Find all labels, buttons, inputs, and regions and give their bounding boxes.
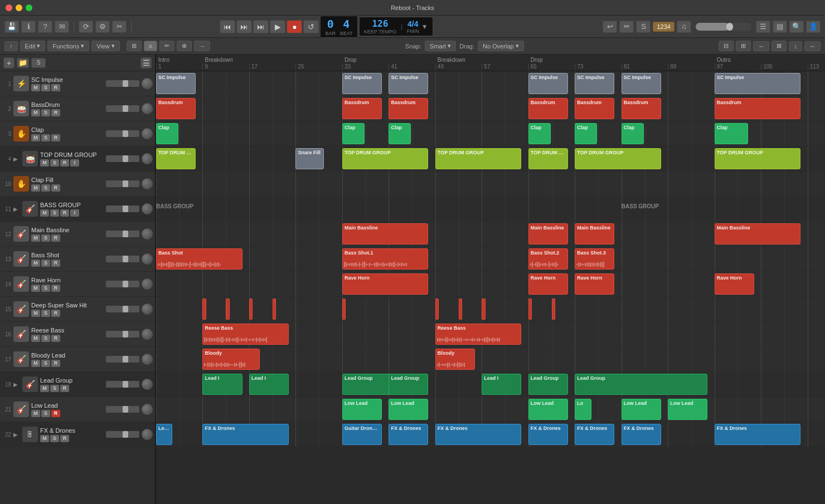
solo-button[interactable]: S	[41, 310, 50, 317]
clip[interactable]: Clap	[715, 123, 749, 144]
record-enable-button[interactable]: R	[51, 109, 60, 116]
clip[interactable]: Lo	[575, 399, 591, 420]
solo-button[interactable]: S	[41, 260, 50, 267]
list-view-button[interactable]: ≡	[144, 41, 157, 51]
clip[interactable]: FX & Drones	[528, 424, 568, 445]
clip[interactable]: Lead R	[156, 424, 172, 445]
track-volume-knob[interactable]	[142, 304, 153, 315]
clip[interactable]: Bassdrum	[715, 98, 801, 119]
clip[interactable]: Clap	[575, 123, 597, 144]
clip[interactable]	[552, 299, 555, 320]
track-volume-knob[interactable]	[142, 429, 153, 440]
solo-button[interactable]: S	[41, 134, 50, 141]
clip[interactable]: Bass Shot.2	[528, 248, 568, 270]
list-options-button[interactable]: ☰	[140, 57, 152, 68]
share-button[interactable]: S	[636, 21, 651, 33]
track-volume-knob[interactable]	[142, 128, 153, 139]
track-volume-knob[interactable]	[142, 379, 153, 390]
functions-menu[interactable]: Functions ▾	[47, 41, 89, 51]
solo-button[interactable]: S	[41, 184, 50, 192]
track-fader[interactable]	[106, 105, 139, 112]
clip[interactable]: Clap	[342, 123, 365, 144]
clip[interactable]: Lead Group	[389, 374, 428, 395]
clip[interactable]: Lead Group	[528, 374, 568, 395]
solo-button[interactable]: S	[50, 209, 59, 217]
clip[interactable]: Snare Fill	[295, 148, 323, 169]
arrange-track-row-18[interactable]: Lead ILead ILead GroupLead GroupLead ILe…	[156, 372, 825, 397]
clip[interactable]: Clap	[528, 123, 551, 144]
clip[interactable]: Bass Shot	[156, 248, 242, 270]
clip[interactable]	[435, 299, 439, 320]
track-fader[interactable]	[106, 80, 139, 87]
clip[interactable]: Bassdrum	[622, 98, 661, 119]
arrange-track-row-21[interactable]: Low LeadLow LeadLow LeadLoLow LeadLow Le…	[156, 397, 825, 422]
group-expand-arrow[interactable]: ▶	[13, 432, 20, 438]
mute-button[interactable]: M	[31, 184, 40, 192]
arrange-track-row-17[interactable]: BloodyBloody	[156, 347, 825, 372]
mute-button[interactable]: M	[40, 435, 49, 442]
clip[interactable]: Bloody	[202, 349, 259, 370]
record-enable-button[interactable]: R	[60, 385, 69, 392]
clip[interactable]: Low Lead	[342, 399, 382, 420]
track-fader[interactable]	[106, 406, 139, 413]
track-fader[interactable]	[106, 130, 139, 137]
clip[interactable]: FX & Drones	[575, 424, 614, 445]
clip[interactable]: Reese Bass	[435, 324, 522, 345]
track-volume-knob[interactable]	[142, 178, 153, 189]
rewind-button[interactable]: ⏮	[220, 20, 235, 33]
record-enable-button[interactable]: R	[51, 410, 60, 417]
clip[interactable]: Low Lead	[389, 399, 428, 420]
arrange-track-row-2[interactable]: BassdrumBassdrumBassdrumBassdrumBassdrum…	[156, 96, 825, 121]
clip[interactable]	[528, 299, 532, 320]
arrange-track-row-15[interactable]	[156, 297, 825, 322]
clip[interactable]: TOP DRUM GROUP	[342, 148, 429, 169]
clip[interactable]	[226, 299, 229, 320]
s-button[interactable]: S	[31, 58, 46, 68]
record-enable-button[interactable]: R	[51, 310, 60, 317]
mute-button[interactable]: M	[31, 410, 40, 417]
zoom-out-button[interactable]: ⊟	[719, 41, 734, 51]
group-expand-arrow[interactable]: ▶	[13, 206, 20, 212]
clip[interactable]: Main Bassline	[528, 223, 568, 244]
lcd-button[interactable]: 1234	[653, 22, 674, 32]
clip[interactable]: SC Impulse	[575, 73, 614, 94]
clip[interactable]: FX & Drones	[622, 424, 661, 445]
clip[interactable]: SC Impulse	[622, 73, 661, 94]
clip[interactable]: Main Bassline	[342, 223, 429, 244]
track-volume-knob[interactable]	[142, 354, 153, 365]
save-button[interactable]: 💾	[4, 21, 19, 33]
group-expand-arrow[interactable]: ▶	[13, 156, 20, 162]
record-enable-button[interactable]: R	[51, 335, 60, 342]
panel-button[interactable]: ▤	[773, 21, 787, 33]
edit-menu[interactable]: Edit ▾	[20, 41, 46, 51]
arrange-track-row-3[interactable]: ClapClapClapClapClapClapClap	[156, 121, 825, 146]
clip[interactable]: Bloody	[435, 349, 475, 370]
clip[interactable]: Rave Horn	[575, 273, 614, 295]
clip[interactable]	[249, 299, 253, 320]
track-fader[interactable]	[106, 155, 139, 162]
clip[interactable]: SC Impulse	[715, 73, 801, 94]
folder-button[interactable]: 📁	[17, 58, 29, 68]
clip[interactable]	[459, 299, 462, 320]
clip[interactable]: TOP DRUM GR	[156, 148, 196, 169]
mute-button[interactable]: M	[31, 310, 40, 317]
arrange-track-row-11[interactable]: BASS GROUPBASS GROUP	[156, 197, 825, 222]
clip[interactable]: Clap	[622, 123, 644, 144]
info-button[interactable]: ℹ	[21, 21, 36, 33]
clip[interactable]: FX & Drones	[202, 424, 289, 445]
record-enable-button[interactable]: R	[51, 285, 60, 292]
clip[interactable]: Guitar Drone Ri	[342, 424, 382, 445]
size-button[interactable]: ⊠	[771, 41, 787, 51]
track-fader[interactable]	[106, 431, 139, 438]
snap-value[interactable]: Smart ▾	[425, 41, 456, 51]
mute-button[interactable]: M	[31, 285, 40, 292]
clip[interactable]	[482, 299, 485, 320]
help-button[interactable]: ?	[38, 21, 52, 33]
person-button[interactable]: 👤	[806, 21, 821, 33]
left-right-button[interactable]: ↔	[804, 41, 821, 51]
clip[interactable]: SC Impulse	[389, 73, 428, 94]
clip[interactable]: Bassdrum	[389, 98, 428, 119]
track-fader[interactable]	[106, 231, 139, 237]
clip[interactable]: Clap	[389, 123, 411, 144]
arrow-up-button[interactable]: ↑	[4, 41, 18, 51]
